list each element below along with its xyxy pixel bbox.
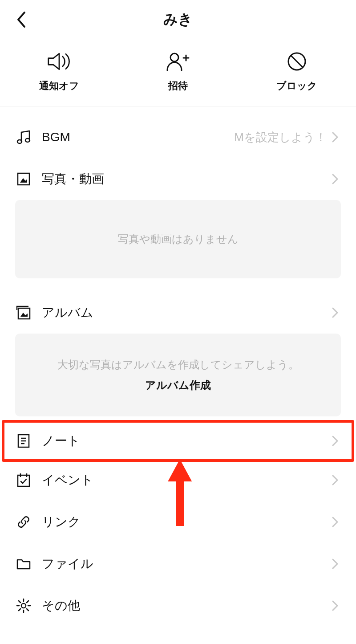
chevron-right-icon <box>329 131 341 143</box>
invite-button[interactable]: 招待 <box>119 39 238 106</box>
note-icon <box>15 432 32 449</box>
block-icon <box>284 52 309 71</box>
block-button[interactable]: ブロック <box>237 39 356 106</box>
photos-empty-text: 写真や動画はありません <box>118 232 239 246</box>
notification-off-label: 通知オフ <box>39 79 79 93</box>
page-title: みき <box>163 10 193 29</box>
other-row[interactable]: その他 <box>15 585 341 627</box>
calendar-check-icon <box>15 472 32 489</box>
chevron-right-icon <box>329 516 341 528</box>
bgm-row[interactable]: BGM Mを設定しよう！ <box>15 116 341 158</box>
arrow-up-icon <box>164 459 195 530</box>
album-empty-box: 大切な写真はアルバムを作成してシェアしよう。 アルバム作成 <box>15 334 341 416</box>
svg-marker-11 <box>20 313 28 317</box>
folder-icon <box>15 555 32 572</box>
person-plus-icon <box>166 52 190 71</box>
note-highlight-annotation: ノート <box>2 420 354 462</box>
notification-off-button[interactable]: 通知オフ <box>0 39 119 106</box>
chevron-right-icon <box>329 173 341 185</box>
svg-marker-0 <box>49 53 59 69</box>
svg-marker-9 <box>20 178 27 183</box>
album-row[interactable]: アルバム <box>15 292 341 334</box>
svg-line-27 <box>19 609 20 611</box>
album-label: アルバム <box>42 304 93 321</box>
photos-row[interactable]: 写真・動画 <box>15 158 341 200</box>
image-icon <box>15 171 32 187</box>
svg-line-5 <box>291 56 303 67</box>
file-row[interactable]: ファイル <box>15 543 341 585</box>
svg-line-28 <box>27 601 28 603</box>
link-label: リンク <box>42 514 81 530</box>
action-bar: 通知オフ 招待 ブロック <box>0 39 356 106</box>
block-label: ブロック <box>276 79 317 93</box>
file-label: ファイル <box>42 555 93 572</box>
chevron-right-icon <box>329 474 341 486</box>
svg-line-26 <box>27 609 28 611</box>
music-icon <box>15 129 32 146</box>
header: みき <box>0 0 356 39</box>
invite-label: 招待 <box>168 79 188 93</box>
photos-label: 写真・動画 <box>42 171 104 187</box>
link-icon <box>15 514 32 530</box>
back-button[interactable] <box>12 11 30 29</box>
photos-empty-box: 写真や動画はありません <box>15 200 341 278</box>
svg-rect-10 <box>18 308 30 319</box>
gear-icon <box>15 597 32 614</box>
event-label: イベント <box>42 472 93 489</box>
note-label: ノート <box>42 432 80 449</box>
other-label: その他 <box>42 597 80 614</box>
chevron-right-icon <box>329 558 341 570</box>
album-empty-hint: 大切な写真はアルバムを作成してシェアしよう。 <box>57 358 299 372</box>
svg-rect-17 <box>18 475 29 486</box>
chevron-left-icon <box>16 11 27 29</box>
svg-point-1 <box>170 53 178 61</box>
svg-marker-16 <box>168 459 192 526</box>
album-icon <box>15 304 32 321</box>
chevron-right-icon <box>329 307 341 318</box>
svg-line-25 <box>19 601 20 603</box>
speaker-icon <box>47 52 72 71</box>
album-create-button[interactable]: アルバム作成 <box>145 378 211 392</box>
note-row[interactable]: ノート <box>15 423 341 459</box>
bgm-hint: Mを設定しよう！ <box>234 130 327 145</box>
chevron-right-icon <box>329 600 341 611</box>
svg-point-20 <box>21 603 26 608</box>
bgm-label: BGM <box>42 130 70 144</box>
chevron-right-icon <box>329 435 341 447</box>
